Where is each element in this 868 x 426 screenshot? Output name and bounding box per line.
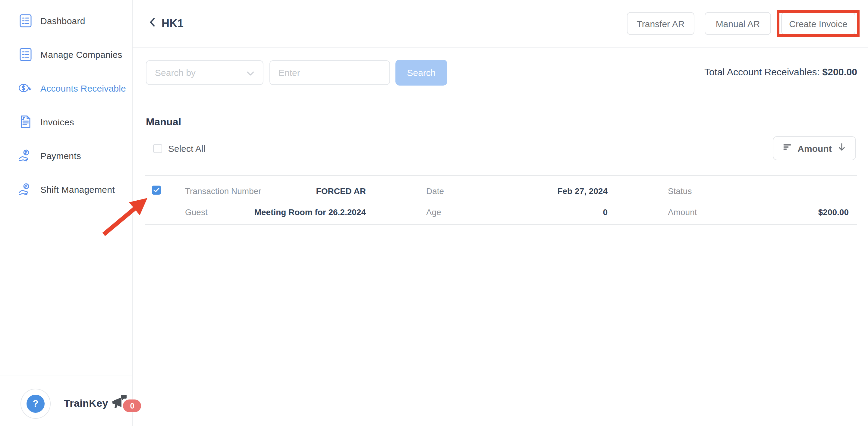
field-value: Meeting Room for 26.2.2024: [254, 207, 366, 218]
sidebar-nav: Dashboard Manage Companies: [0, 0, 132, 206]
transfer-ar-button[interactable]: Transfer AR: [627, 12, 694, 35]
field-value: 0: [603, 207, 608, 218]
field-label: Amount: [668, 207, 697, 218]
clipboard-icon: [18, 47, 33, 61]
section-title: Manual: [146, 116, 181, 128]
select-all-control[interactable]: Select All: [153, 143, 205, 154]
manual-ar-button[interactable]: Manual AR: [705, 12, 771, 35]
help-button[interactable]: ?: [21, 389, 51, 419]
field-label: Guest: [185, 207, 208, 218]
back-navigation[interactable]: HK1: [149, 17, 184, 30]
sidebar-item-label: Payments: [40, 150, 81, 161]
sidebar-item-manage-companies[interactable]: Manage Companies: [0, 37, 132, 71]
chevron-left-icon: [149, 18, 156, 30]
field-label: Status: [668, 186, 692, 197]
sidebar-item-accounts-receivable[interactable]: Accounts Receivable: [0, 71, 132, 105]
hand-coin-icon: [18, 149, 33, 162]
select-all-checkbox[interactable]: [153, 144, 162, 153]
page-title: HK1: [161, 17, 184, 30]
total-receivables: Total Account Receivables: $200.00: [704, 67, 857, 78]
app-root: Dashboard Manage Companies: [0, 0, 868, 426]
main-content: HK1 Transfer AR Manual AR Create Invoice…: [133, 0, 868, 426]
row-checkbox[interactable]: [152, 186, 161, 195]
field-value: FORCED AR: [316, 186, 366, 197]
total-receivables-value: $200.00: [822, 67, 857, 77]
invoice-document-icon: [18, 115, 33, 128]
search-input[interactable]: [270, 60, 390, 85]
sidebar-item-label: Manage Companies: [40, 49, 122, 59]
arrow-down-icon: [837, 142, 846, 154]
field-label: Age: [426, 207, 441, 218]
sidebar-item-invoices[interactable]: Invoices: [0, 105, 132, 139]
field-label: Date: [426, 186, 444, 197]
search-button[interactable]: Search: [396, 60, 447, 86]
sidebar-item-label: Dashboard: [40, 15, 85, 26]
header-actions: Transfer AR Manual AR Create Invoice: [627, 12, 855, 35]
sidebar-footer: ? TrainKey 0: [0, 375, 133, 426]
sidebar-item-label: Shift Management: [40, 184, 115, 194]
total-receivables-label: Total Account Receivables:: [704, 67, 822, 77]
transaction-row: Transaction Number FORCED AR Date Feb 27…: [145, 175, 857, 225]
brand-name: TrainKey: [64, 398, 108, 410]
create-invoice-button[interactable]: Create Invoice: [781, 12, 855, 35]
field-value: Feb 27, 2024: [557, 186, 608, 197]
field-value: $200.00: [818, 207, 849, 218]
field-label: Transaction Number: [185, 186, 261, 197]
sidebar-item-payments[interactable]: Payments: [0, 139, 132, 172]
sort-button-label: Amount: [798, 143, 832, 153]
select-all-label: Select All: [168, 143, 205, 154]
sidebar-item-shift-management[interactable]: Shift Management: [0, 172, 132, 206]
sidebar-item-label: Invoices: [40, 117, 74, 127]
search-by-placeholder: Search by: [155, 67, 195, 78]
question-mark-icon: ?: [27, 395, 44, 413]
sidebar-item-label: Accounts Receivable: [40, 83, 126, 93]
hand-coin-icon: [18, 183, 33, 196]
sidebar: Dashboard Manage Companies: [0, 0, 133, 426]
sort-lines-icon: [782, 142, 792, 154]
page-header: HK1 Transfer AR Manual AR Create Invoice: [133, 0, 868, 47]
chevron-down-icon: [247, 67, 254, 78]
sidebar-item-dashboard[interactable]: Dashboard: [0, 4, 132, 37]
sort-amount-button[interactable]: Amount: [773, 136, 856, 160]
money-receive-icon: [18, 82, 33, 94]
search-by-select[interactable]: Search by: [146, 60, 264, 85]
clipboard-icon: [18, 13, 33, 27]
